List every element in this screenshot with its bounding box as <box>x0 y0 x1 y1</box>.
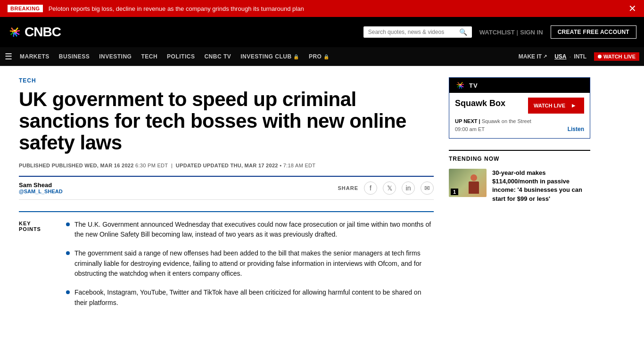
live-indicator-dot <box>598 55 602 58</box>
listen-link[interactable]: Listen <box>568 126 584 132</box>
intl-link[interactable]: INTL <box>574 53 586 60</box>
key-points-section: KEYPOINTS The U.K. Government announced … <box>19 211 434 317</box>
nav-item-politics[interactable]: POLITICS <box>167 53 195 60</box>
cnbc-tv-logo-icon <box>455 82 465 89</box>
show-row: Squawk Box WATCH LIVE ▶ <box>455 99 584 114</box>
updated-time: 7:18 AM EDT <box>283 163 316 168</box>
header: CNBC 🔍 WATCHLIST | SIGN IN CREATE FREE A… <box>0 17 644 47</box>
region-separator: · <box>569 53 571 60</box>
watch-live-button[interactable]: WATCH LIVE ▶ <box>528 98 584 114</box>
header-right: 🔍 WATCHLIST | SIGN IN CREATE FREE ACCOUN… <box>363 25 636 39</box>
key-points-label: KEYPOINTS <box>19 220 57 317</box>
tv-card-body: Squawk Box WATCH LIVE ▶ UP NEXT | Squawk… <box>449 93 590 138</box>
live-label: LIVE <box>624 54 636 59</box>
article-title: UK government to speed up criminal sanct… <box>19 89 434 154</box>
cnbc-logo-text: CNBC <box>25 25 61 40</box>
author-share-row: Sam Shead @SAM_L_SHEAD SHARE f 𝕏 in ✉ <box>19 176 434 200</box>
show-name: Squawk Box <box>455 99 505 108</box>
main-container: TECH UK government to speed up criminal … <box>0 66 644 337</box>
trending-item-1[interactable]: 1 30-year-old makes $114,000/month in pa… <box>449 169 590 203</box>
bullet-dot <box>66 222 70 226</box>
twitter-share-icon[interactable]: 𝕏 <box>383 181 396 195</box>
nav-item-investing[interactable]: INVESTING <box>99 53 132 60</box>
key-point-1: The U.K. Government announced Wednesday … <box>66 220 434 240</box>
close-icon[interactable]: ✕ <box>628 4 636 13</box>
watchlist-link[interactable]: WATCHLIST <box>479 29 515 36</box>
article-meta: PUBLISHED PUBLISHED WED, MAR 16 2022 6:3… <box>19 163 434 168</box>
main-nav: ☰ MARKETS BUSINESS INVESTING TECH POLITI… <box>0 47 644 66</box>
play-icon: ▶ <box>568 100 578 111</box>
breaking-news-bar: BREAKING Peloton reports big loss, decli… <box>0 0 644 17</box>
nbc-peacock-icon <box>8 27 22 37</box>
nav-item-investing-club[interactable]: INVESTING CLUB 🔒 <box>240 53 299 60</box>
email-share-icon[interactable]: ✉ <box>421 181 434 195</box>
trending-number-1: 1 <box>451 189 458 195</box>
tv-card-label: TV <box>469 82 478 89</box>
key-points-list: The U.K. Government announced Wednesday … <box>66 220 434 317</box>
article-section: TECH UK government to speed up criminal … <box>19 77 434 326</box>
make-it-label: MAKE IT <box>519 53 542 60</box>
up-next-time: 09:00 am ET <box>455 126 485 132</box>
header-separator: | <box>517 29 519 36</box>
watch-live-label: WATCH LIVE <box>534 103 565 108</box>
trending-text-1: 30-year-old makes $114,000/month in pass… <box>492 169 590 203</box>
up-next-section: UP NEXT | Squawk on the Street 09:00 am … <box>455 118 584 132</box>
nav-items: MARKETS BUSINESS INVESTING TECH POLITICS… <box>20 53 519 60</box>
make-it-link[interactable]: MAKE IT ↗ <box>519 53 547 60</box>
published-time: 6:30 PM EDT <box>135 163 168 168</box>
updated-label: UPDATED UPDATED THU, MAR 17 2022 <box>176 163 278 168</box>
author-name[interactable]: Sam Shead <box>19 181 63 189</box>
search-input[interactable] <box>368 29 459 35</box>
article-category[interactable]: TECH <box>19 77 434 84</box>
sign-in-link[interactable]: SIGN IN <box>520 29 543 36</box>
up-next-label: UP NEXT | <box>455 118 480 124</box>
logo-area[interactable]: CNBC <box>8 25 61 40</box>
header-links: WATCHLIST | SIGN IN <box>479 29 543 36</box>
region-selector: USA · INTL <box>554 53 586 60</box>
share-label: SHARE <box>338 185 358 191</box>
up-next-row: 09:00 am ET Listen <box>455 126 584 132</box>
key-points-layout: KEYPOINTS The U.K. Government announced … <box>19 220 434 317</box>
author-info: Sam Shead @SAM_L_SHEAD <box>19 181 63 194</box>
nav-item-markets[interactable]: MARKETS <box>20 53 50 60</box>
bullet-dot <box>66 290 70 294</box>
search-box[interactable]: 🔍 <box>363 26 472 38</box>
trending-section: TRENDING NOW 1 30-year-old makes $114,00… <box>449 150 590 203</box>
published-label: PUBLISHED PUBLISHED WED, MAR 16 2022 <box>19 163 134 168</box>
nav-item-cnbc-tv[interactable]: CNBC TV <box>204 53 231 60</box>
tv-card-header: TV <box>449 78 590 93</box>
breaking-label: BREAKING <box>8 5 43 12</box>
usa-link[interactable]: USA <box>554 53 566 60</box>
linkedin-share-icon[interactable]: in <box>402 181 415 195</box>
bullet-dot <box>66 251 70 255</box>
trending-title: TRENDING NOW <box>449 150 590 162</box>
nav-item-business[interactable]: BUSINESS <box>59 53 90 60</box>
facebook-share-icon[interactable]: f <box>364 181 377 195</box>
breaking-text: Peloton reports big loss, decline in rev… <box>49 5 621 12</box>
key-point-3: Facebook, Instagram, YouTube, Twitter an… <box>66 288 434 308</box>
watch-live-nav[interactable]: WATCH LIVE <box>594 52 639 61</box>
watch-label: WATCH <box>603 54 622 59</box>
sidebar-section: TV Squawk Box WATCH LIVE ▶ UP NEXT | Squ… <box>449 77 590 326</box>
up-next-show: Squawk on the Street <box>482 118 531 124</box>
search-icon[interactable]: 🔍 <box>459 28 467 36</box>
nav-item-tech[interactable]: TECH <box>141 53 157 60</box>
tv-card: TV Squawk Box WATCH LIVE ▶ UP NEXT | Squ… <box>449 77 590 139</box>
hamburger-icon[interactable]: ☰ <box>5 51 12 62</box>
create-account-button[interactable]: CREATE FREE ACCOUNT <box>551 25 636 39</box>
external-link-icon: ↗ <box>543 54 547 59</box>
author-handle[interactable]: @SAM_L_SHEAD <box>19 189 63 194</box>
nav-item-pro[interactable]: PRO 🔒 <box>309 53 330 60</box>
share-area: SHARE f 𝕏 in ✉ <box>338 181 434 195</box>
nav-right: MAKE IT ↗ USA · INTL WATCH LIVE <box>519 52 639 61</box>
trending-image-1: 1 <box>449 169 487 197</box>
key-point-2: The government said a range of new offen… <box>66 248 434 279</box>
